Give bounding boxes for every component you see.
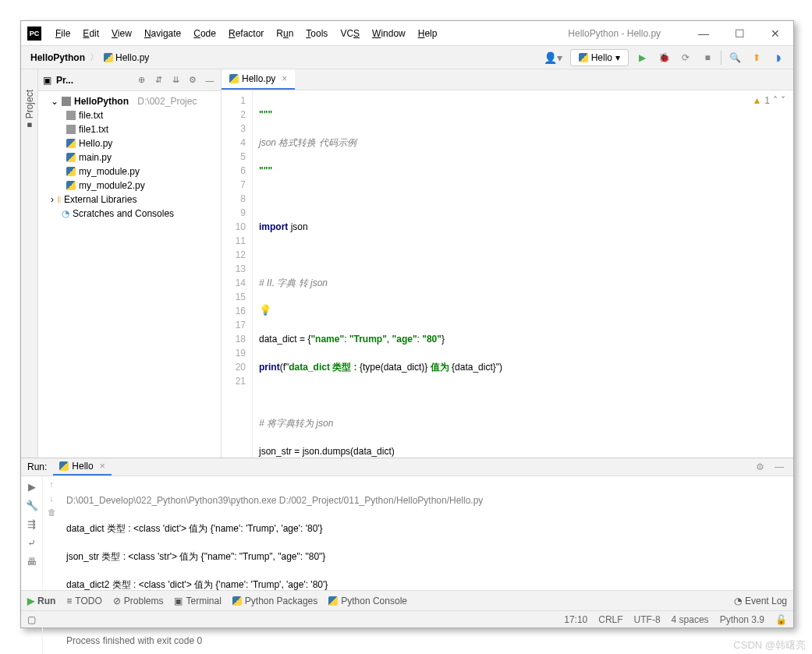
run-button[interactable]: ▶ (633, 49, 651, 66)
bottom-tab-event-log[interactable]: ◔Event Log (734, 596, 787, 606)
down-arrow-icon[interactable]: ↓ (49, 493, 54, 503)
collapse-all-icon[interactable]: ⇊ (169, 74, 182, 87)
hide-panel-icon[interactable]: — (204, 74, 216, 87)
maximize-button[interactable]: ☐ (722, 21, 757, 46)
bottom-tab-problems[interactable]: ⊘Problems (113, 596, 164, 606)
menu-edit[interactable]: Edit (78, 26, 104, 41)
tree-file[interactable]: file.txt (38, 108, 221, 122)
tree-file[interactable]: main.py (38, 150, 221, 164)
user-icon[interactable]: 👤▾ (541, 50, 566, 65)
dropdown-icon: ▾ (615, 52, 620, 63)
debug-button[interactable]: 🐞 (655, 49, 672, 66)
status-line-ending[interactable]: CRLF (598, 614, 622, 625)
status-encoding[interactable]: UTF-8 (634, 614, 661, 625)
settings-icon[interactable]: ⚙ (756, 461, 768, 472)
project-tree: ⌄HelloPython D:\002_Projec file.txt file… (38, 91, 221, 224)
menu-help[interactable]: Help (413, 26, 442, 41)
run-tab-hello[interactable]: Hello× (53, 458, 111, 475)
intention-bulb-icon[interactable]: 💡 (259, 304, 271, 316)
filter-icon[interactable]: ⇶ (25, 517, 39, 531)
menu-vcs[interactable]: VCS (335, 26, 364, 41)
expand-all-icon[interactable]: ⇵ (152, 74, 165, 87)
update-button[interactable]: ⬆ (748, 49, 765, 66)
breadcrumb-separator-icon: 〉 (90, 51, 99, 64)
run-panel-header: Run: Hello× ⚙ — (21, 458, 793, 476)
coverage-button[interactable]: ⟳ (677, 49, 694, 66)
print-icon[interactable]: 🖶 (25, 554, 39, 568)
titlebar: PC File Edit View Navigate Code Refactor… (21, 21, 793, 46)
lock-icon[interactable]: 🔓 (775, 614, 787, 625)
tree-file[interactable]: my_module.py (38, 164, 221, 179)
python-file-icon (66, 167, 76, 176)
bottom-tab-run[interactable]: ▶Run (27, 596, 55, 606)
text-file-icon (66, 111, 76, 120)
bottom-tab-todo[interactable]: ≡TODO (66, 596, 101, 606)
hide-panel-icon[interactable]: — (775, 461, 787, 472)
run-config-selector[interactable]: Hello▾ (570, 49, 629, 66)
bottom-tab-terminal[interactable]: ▣Terminal (174, 596, 221, 606)
tree-file[interactable]: file1.txt (38, 122, 221, 136)
python-file-icon (66, 153, 76, 162)
python-file-icon (66, 181, 76, 190)
python-icon (59, 461, 69, 471)
tree-project-root[interactable]: ⌄HelloPython D:\002_Projec (38, 94, 221, 108)
expand-icon[interactable]: › (51, 194, 54, 205)
editor-tab-hello[interactable]: Hello.py× (222, 69, 295, 90)
bottom-tab-python-console[interactable]: Python Console (328, 596, 407, 606)
soft-wrap-icon[interactable]: ⤶ (25, 536, 39, 550)
settings-icon[interactable]: ⚙ (186, 74, 199, 87)
tool-tab-project[interactable]: ■ Project (23, 85, 37, 135)
pycharm-logo-icon: PC (27, 27, 41, 41)
editor-tabs: Hello.py× (222, 69, 793, 90)
menu-refactor[interactable]: Refactor (224, 26, 268, 41)
trash-icon[interactable]: 🗑 (48, 507, 56, 517)
python-icon (328, 596, 338, 606)
chevron-up-icon[interactable]: ˄ (773, 95, 778, 106)
status-cursor-pos[interactable]: 17:10 (564, 614, 587, 625)
run-panel-title: Run: (27, 461, 47, 472)
run-panel: Run: Hello× ⚙ — ▶ 🔧 ⇶ ⤶ 🖶 ↑ ↓ 🗑 D:\001_D… (21, 458, 793, 590)
tree-file[interactable]: Hello.py (38, 136, 221, 150)
navigation-bar: HelloPython 〉 Hello.py 👤▾ Hello▾ ▶ 🐞 ⟳ ■… (21, 46, 793, 69)
play-icon: ▶ (27, 596, 34, 606)
library-icon: ⫴ (57, 194, 61, 205)
tree-external-libs[interactable]: ›⫴External Libraries (38, 193, 221, 207)
menu-tools[interactable]: Tools (301, 26, 332, 41)
status-indent[interactable]: 4 spaces (672, 614, 709, 625)
close-button[interactable]: ✕ (757, 21, 793, 46)
watermark: CSDN @韩曙亮 (733, 638, 806, 652)
menu-view[interactable]: View (107, 26, 137, 41)
minimize-button[interactable]: — (686, 21, 722, 46)
expand-icon[interactable]: ⌄ (51, 96, 59, 107)
menu-navigate[interactable]: Navigate (140, 26, 186, 41)
chevron-down-icon[interactable]: ˅ (781, 95, 785, 106)
line-gutter: 123456789101112131415161718192021 (222, 90, 253, 458)
up-arrow-icon[interactable]: ↑ (49, 479, 54, 489)
select-opened-file-icon[interactable]: ⊕ (135, 74, 147, 87)
inspection-widget[interactable]: ▲1˄˅ (752, 95, 785, 106)
stop-button[interactable]: ■ (699, 49, 716, 66)
close-tab-icon[interactable]: × (282, 73, 287, 84)
terminal-icon: ▣ (174, 596, 183, 606)
scratches-icon: ◔ (62, 208, 69, 219)
status-left-icon[interactable]: ▢ (27, 614, 36, 625)
breadcrumb-file[interactable]: Hello.py (101, 51, 152, 65)
code-source[interactable]: """ json 格式转换 代码示例 """ import json # II.… (253, 90, 793, 458)
tree-file[interactable]: my_module2.py (38, 179, 221, 193)
wrench-icon[interactable]: 🔧 (25, 498, 39, 512)
main-menu: File Edit View Navigate Code Refactor Ru… (51, 26, 441, 41)
breadcrumb-project[interactable]: HelloPython (27, 51, 88, 65)
menu-file[interactable]: File (51, 26, 75, 41)
menu-run[interactable]: Run (271, 26, 298, 41)
ide-features-button[interactable]: ◗ (770, 49, 787, 66)
rerun-button[interactable]: ▶ (25, 479, 39, 493)
search-everywhere-button[interactable]: 🔍 (726, 49, 743, 66)
bottom-tab-python-packages[interactable]: Python Packages (232, 596, 317, 606)
menu-code[interactable]: Code (189, 26, 221, 41)
project-panel-header: ▣ Pr... ⊕ ⇵ ⇊ ⚙ — (38, 69, 221, 91)
close-tab-icon[interactable]: × (100, 461, 105, 472)
tree-scratches[interactable]: ◔Scratches and Consoles (38, 207, 221, 221)
status-interpreter[interactable]: Python 3.9 (720, 614, 764, 625)
menu-window[interactable]: Window (367, 26, 410, 41)
code-editor[interactable]: ▲1˄˅ 💡 123456789101112131415161718192021… (222, 90, 793, 458)
